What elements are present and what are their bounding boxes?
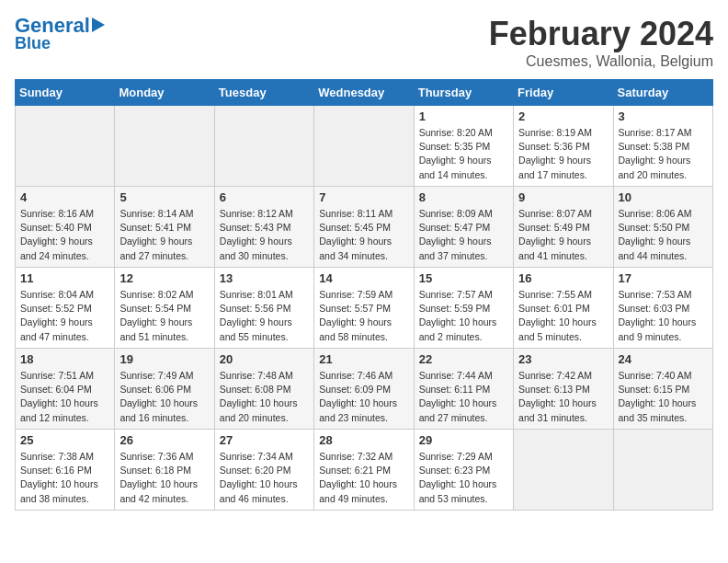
day-number: 22: [419, 352, 508, 366]
cell-week2-day5: 9Sunrise: 8:07 AM Sunset: 5:49 PM Daylig…: [514, 187, 613, 268]
cell-content: Sunrise: 7:46 AM Sunset: 6:09 PM Dayligh…: [319, 369, 408, 425]
cell-week3-day6: 17Sunrise: 7:53 AM Sunset: 6:03 PM Dayli…: [613, 268, 712, 349]
cell-content: Sunrise: 7:38 AM Sunset: 6:16 PM Dayligh…: [20, 450, 109, 506]
cell-content: Sunrise: 8:20 AM Sunset: 5:35 PM Dayligh…: [419, 126, 508, 182]
day-number: 14: [319, 271, 408, 285]
day-number: 28: [319, 433, 408, 447]
day-number: 16: [518, 271, 608, 285]
day-number: 5: [119, 190, 209, 204]
cell-content: Sunrise: 7:55 AM Sunset: 6:01 PM Dayligh…: [518, 288, 608, 344]
week-row-1: 1Sunrise: 8:20 AM Sunset: 5:35 PM Daylig…: [16, 106, 713, 187]
cell-content: Sunrise: 7:32 AM Sunset: 6:21 PM Dayligh…: [319, 450, 408, 506]
cell-content: Sunrise: 8:16 AM Sunset: 5:40 PM Dayligh…: [20, 207, 109, 263]
day-number: 19: [119, 352, 209, 366]
cell-content: Sunrise: 8:12 AM Sunset: 5:43 PM Dayligh…: [220, 207, 309, 263]
day-number: 1: [419, 109, 508, 123]
cell-week3-day0: 11Sunrise: 8:04 AM Sunset: 5:52 PM Dayli…: [16, 268, 115, 349]
day-number: 8: [419, 190, 508, 204]
header-saturday: Saturday: [613, 80, 712, 106]
day-number: 4: [20, 190, 109, 204]
cell-week5-day6: [613, 430, 712, 511]
cell-content: Sunrise: 7:59 AM Sunset: 5:57 PM Dayligh…: [319, 288, 408, 344]
cell-content: Sunrise: 7:36 AM Sunset: 6:18 PM Dayligh…: [119, 450, 209, 506]
cell-week5-day1: 26Sunrise: 7:36 AM Sunset: 6:18 PM Dayli…: [115, 430, 214, 511]
day-number: 27: [220, 433, 309, 447]
calendar-subtitle: Cuesmes, Wallonia, Belgium: [489, 53, 713, 70]
cell-week4-day2: 20Sunrise: 7:48 AM Sunset: 6:08 PM Dayli…: [214, 349, 313, 430]
cell-content: Sunrise: 7:48 AM Sunset: 6:08 PM Dayligh…: [220, 369, 309, 425]
cell-content: Sunrise: 8:14 AM Sunset: 5:41 PM Dayligh…: [119, 207, 209, 263]
cell-week1-day2: [214, 106, 313, 187]
day-number: 24: [619, 352, 708, 366]
cell-content: Sunrise: 7:34 AM Sunset: 6:20 PM Dayligh…: [220, 450, 309, 506]
cell-week1-day6: 3Sunrise: 8:17 AM Sunset: 5:38 PM Daylig…: [613, 106, 712, 187]
week-row-3: 11Sunrise: 8:04 AM Sunset: 5:52 PM Dayli…: [16, 268, 713, 349]
cell-content: Sunrise: 8:07 AM Sunset: 5:49 PM Dayligh…: [518, 207, 608, 263]
day-number: 9: [518, 190, 608, 204]
day-number: 11: [20, 271, 109, 285]
cell-week2-day2: 6Sunrise: 8:12 AM Sunset: 5:43 PM Daylig…: [214, 187, 313, 268]
header-sunday: Sunday: [16, 80, 115, 106]
cell-week1-day3: [314, 106, 414, 187]
cell-week4-day3: 21Sunrise: 7:46 AM Sunset: 6:09 PM Dayli…: [314, 349, 414, 430]
week-row-4: 18Sunrise: 7:51 AM Sunset: 6:04 PM Dayli…: [16, 349, 713, 430]
cell-week4-day4: 22Sunrise: 7:44 AM Sunset: 6:11 PM Dayli…: [414, 349, 513, 430]
day-number: 29: [419, 433, 508, 447]
day-number: 15: [419, 271, 508, 285]
day-number: 6: [220, 190, 309, 204]
cell-week1-day1: [115, 106, 214, 187]
cell-content: Sunrise: 8:04 AM Sunset: 5:52 PM Dayligh…: [20, 288, 109, 344]
header-friday: Friday: [514, 80, 613, 106]
cell-week5-day2: 27Sunrise: 7:34 AM Sunset: 6:20 PM Dayli…: [214, 430, 313, 511]
day-number: 7: [319, 190, 408, 204]
cell-content: Sunrise: 8:11 AM Sunset: 5:45 PM Dayligh…: [319, 207, 408, 263]
day-number: 26: [119, 433, 209, 447]
day-number: 25: [20, 433, 109, 447]
logo-arrow-icon: [92, 17, 105, 32]
logo: General Blue: [15, 15, 105, 53]
week-row-5: 25Sunrise: 7:38 AM Sunset: 6:16 PM Dayli…: [16, 430, 713, 511]
cell-content: Sunrise: 7:42 AM Sunset: 6:13 PM Dayligh…: [518, 369, 608, 425]
cell-week1-day0: [16, 106, 115, 187]
day-number: 10: [619, 190, 708, 204]
cell-content: Sunrise: 8:06 AM Sunset: 5:50 PM Dayligh…: [619, 207, 708, 263]
header-monday: Monday: [115, 80, 214, 106]
cell-week4-day6: 24Sunrise: 7:40 AM Sunset: 6:15 PM Dayli…: [613, 349, 712, 430]
cell-content: Sunrise: 8:19 AM Sunset: 5:36 PM Dayligh…: [518, 126, 608, 182]
cell-week2-day0: 4Sunrise: 8:16 AM Sunset: 5:40 PM Daylig…: [16, 187, 115, 268]
cell-week2-day4: 8Sunrise: 8:09 AM Sunset: 5:47 PM Daylig…: [414, 187, 513, 268]
cell-content: Sunrise: 7:53 AM Sunset: 6:03 PM Dayligh…: [619, 288, 708, 344]
day-number: 18: [20, 352, 109, 366]
cell-week5-day0: 25Sunrise: 7:38 AM Sunset: 6:16 PM Dayli…: [16, 430, 115, 511]
header-tuesday: Tuesday: [214, 80, 313, 106]
cell-week2-day1: 5Sunrise: 8:14 AM Sunset: 5:41 PM Daylig…: [115, 187, 214, 268]
cell-week5-day3: 28Sunrise: 7:32 AM Sunset: 6:21 PM Dayli…: [314, 430, 414, 511]
cell-content: Sunrise: 7:49 AM Sunset: 6:06 PM Dayligh…: [119, 369, 209, 425]
header: General Blue February 2024 Cuesmes, Wall…: [15, 15, 713, 70]
cell-week4-day0: 18Sunrise: 7:51 AM Sunset: 6:04 PM Dayli…: [16, 349, 115, 430]
days-header-row: Sunday Monday Tuesday Wednesday Thursday…: [16, 80, 713, 106]
cell-week3-day2: 13Sunrise: 8:01 AM Sunset: 5:56 PM Dayli…: [214, 268, 313, 349]
header-thursday: Thursday: [414, 80, 513, 106]
day-number: 21: [319, 352, 408, 366]
cell-content: Sunrise: 7:29 AM Sunset: 6:23 PM Dayligh…: [419, 450, 508, 506]
cell-content: Sunrise: 8:01 AM Sunset: 5:56 PM Dayligh…: [220, 288, 309, 344]
cell-content: Sunrise: 7:51 AM Sunset: 6:04 PM Dayligh…: [20, 369, 109, 425]
header-wednesday: Wednesday: [314, 80, 414, 106]
cell-week3-day4: 15Sunrise: 7:57 AM Sunset: 5:59 PM Dayli…: [414, 268, 513, 349]
cell-week3-day3: 14Sunrise: 7:59 AM Sunset: 5:57 PM Dayli…: [314, 268, 414, 349]
calendar-title: February 2024: [489, 15, 713, 53]
day-number: 23: [518, 352, 608, 366]
cell-week1-day4: 1Sunrise: 8:20 AM Sunset: 5:35 PM Daylig…: [414, 106, 513, 187]
cell-content: Sunrise: 7:57 AM Sunset: 5:59 PM Dayligh…: [419, 288, 508, 344]
cell-week2-day3: 7Sunrise: 8:11 AM Sunset: 5:45 PM Daylig…: [314, 187, 414, 268]
cell-content: Sunrise: 7:40 AM Sunset: 6:15 PM Dayligh…: [619, 369, 708, 425]
calendar-table: Sunday Monday Tuesday Wednesday Thursday…: [15, 79, 713, 511]
cell-week1-day5: 2Sunrise: 8:19 AM Sunset: 5:36 PM Daylig…: [514, 106, 613, 187]
cell-content: Sunrise: 7:44 AM Sunset: 6:11 PM Dayligh…: [419, 369, 508, 425]
day-number: 12: [119, 271, 209, 285]
cell-week3-day1: 12Sunrise: 8:02 AM Sunset: 5:54 PM Dayli…: [115, 268, 214, 349]
cell-content: Sunrise: 8:09 AM Sunset: 5:47 PM Dayligh…: [419, 207, 508, 263]
cell-week4-day5: 23Sunrise: 7:42 AM Sunset: 6:13 PM Dayli…: [514, 349, 613, 430]
cell-week3-day5: 16Sunrise: 7:55 AM Sunset: 6:01 PM Dayli…: [514, 268, 613, 349]
